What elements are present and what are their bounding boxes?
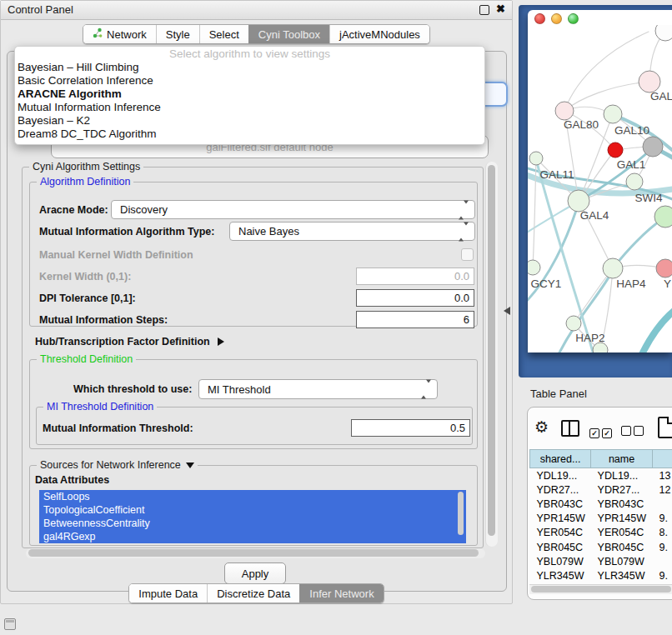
node-label-gal4: GAL4 — [580, 209, 609, 222]
tab-discretize-data[interactable]: Discretize Data — [207, 584, 299, 602]
network-node[interactable] — [655, 25, 672, 41]
table-row[interactable]: YDL19...YDL19...13 — [530, 468, 672, 483]
network-icon — [93, 28, 103, 41]
list-scrollbar[interactable] — [458, 492, 464, 535]
network-node-hap2[interactable] — [566, 316, 581, 331]
network-edge[interactable] — [564, 32, 649, 111]
network-node-gal1[interactable] — [626, 173, 643, 190]
column-header-shared-[interactable]: shared... — [530, 450, 591, 468]
mi-threshold-label: Mutual Information Threshold: — [43, 422, 193, 434]
tab-label: jActiveMNodules — [339, 28, 420, 41]
mac-close-icon[interactable] — [534, 13, 545, 24]
table-cell: 13 — [652, 468, 672, 483]
column-header-name[interactable]: name — [591, 450, 653, 468]
table-cell: YBL079W — [530, 554, 591, 568]
table-row[interactable]: YBL079WYBL079W — [530, 554, 672, 568]
mi-threshold-value: 0.5 — [450, 422, 465, 434]
attribute-item-gal4rgexp[interactable]: gal4RGexp — [39, 530, 466, 543]
network-edge[interactable] — [613, 218, 664, 268]
dpi-tolerance-field[interactable]: 0.0 — [356, 289, 474, 307]
select-all-checks-icon[interactable]: ✓✓ — [589, 424, 614, 439]
tab-select[interactable]: Select — [199, 25, 248, 43]
table-cell — [652, 554, 672, 568]
table-row[interactable]: YER054CYER054C8. — [530, 526, 672, 540]
table-row[interactable]: YBR045CYBR045C9. — [530, 540, 672, 554]
split-view-icon[interactable] — [561, 420, 579, 437]
settings-horizontal-scrollbar[interactable] — [26, 548, 485, 558]
table-row[interactable]: YDR27...YDR27...12 — [530, 482, 672, 497]
tab-jactivemnodules[interactable]: jActiveMNodules — [329, 25, 429, 43]
network-node-gal80[interactable] — [555, 102, 574, 120]
mi-steps-field[interactable]: 6 — [356, 311, 474, 328]
network-window[interactable]: GALGAL80GAL10GAL11GAL1SWI4GAL4GCY1HAP4YH… — [528, 10, 672, 352]
data-attributes-list[interactable]: SelfLoopsTopologicalCoefficientBetweenne… — [39, 490, 466, 543]
float-window-icon[interactable] — [479, 5, 489, 15]
hub-section-toggle[interactable]: Hub/Transcription Factor Definition — [35, 333, 224, 348]
sources-group-title[interactable]: Sources for Network Inference — [37, 459, 198, 471]
algorithm-option-bayesian-k2[interactable]: Bayesian – K2 — [15, 114, 484, 128]
algorithm-definition-title: Algorithm Definition — [37, 176, 133, 188]
tab-cyni-toolbox[interactable]: Cyni Toolbox — [248, 25, 329, 43]
tab-style[interactable]: Style — [156, 25, 199, 43]
network-node-gal11[interactable] — [529, 152, 543, 165]
close-icon[interactable]: ✖ — [496, 2, 505, 15]
table-cell: 8. — [652, 526, 672, 540]
apply-button[interactable]: Apply — [224, 562, 286, 584]
mi-threshold-field[interactable]: 0.5 — [351, 419, 470, 437]
table-cell: YPR145W — [530, 512, 591, 526]
network-node-swi4[interactable] — [654, 206, 672, 228]
network-node-y[interactable] — [656, 259, 672, 278]
tab-infer-network[interactable]: Infer Network — [299, 584, 383, 602]
table-row[interactable]: YLR345WYLR345W9. — [530, 568, 672, 582]
dpi-tolerance-value: 0.0 — [454, 292, 469, 304]
attribute-item-topologicalcoefficient[interactable]: TopologicalCoefficient — [39, 503, 466, 517]
table-cell: 9. — [652, 512, 672, 526]
collapsed-arrow-icon — [218, 338, 224, 346]
manual-kernel-width-checkbox[interactable] — [461, 248, 474, 261]
network-node[interactable] — [643, 137, 663, 157]
settings-vertical-scrollbar[interactable] — [485, 162, 498, 547]
algorithm-definition-group: Algorithm Definition Aracne Mode: Discov… — [29, 182, 478, 327]
cyni-algorithm-settings-group: Cyni Algorithm Settings Algorithm Defini… — [22, 167, 484, 548]
table-row[interactable]: YBR043CYBR043C — [530, 497, 672, 511]
table-cell: YBR043C — [530, 497, 591, 511]
algorithm-dropdown-popup: Select algorithm to view settings Bayesi… — [14, 46, 485, 145]
table-row[interactable]: YPR145WYPR145W9. — [530, 512, 672, 526]
gear-icon[interactable]: ⚙ — [534, 418, 549, 437]
algorithm-dropdown-items: Bayesian – Hill ClimbingBasic Correlatio… — [15, 61, 484, 141]
network-node-gal10[interactable] — [604, 105, 622, 123]
attribute-item-betweennesscentrality[interactable]: BetweennessCentrality — [39, 517, 466, 530]
network-node[interactable] — [608, 142, 623, 158]
mi-algorithm-type-combo[interactable]: Naive Bayes — [229, 222, 475, 241]
minimized-panel-icon[interactable] — [4, 618, 16, 630]
mac-zoom-icon[interactable] — [568, 13, 579, 24]
table-horizontal-scrollbar[interactable] — [529, 584, 672, 594]
which-threshold-combo[interactable]: MI Threshold — [198, 379, 438, 399]
network-node-gcy1[interactable] — [528, 260, 540, 275]
network-edge[interactable] — [640, 307, 672, 352]
algorithm-option-mutual-information-inference[interactable]: Mutual Information Inference — [15, 101, 484, 114]
control-panel-tabs: NetworkStyleSelectCyni ToolboxjActiveMNo… — [83, 24, 430, 44]
algorithm-option-basic-correlation-inference[interactable]: Basic Correlation Inference — [15, 74, 484, 88]
mouse-cursor — [504, 307, 510, 315]
algorithm-option-dream8-dc-tdc-algorithm[interactable]: Dream8 DC_TDC Algorithm — [15, 128, 484, 141]
network-node-hap4[interactable] — [603, 258, 623, 278]
export-table-icon[interactable] — [658, 417, 672, 438]
attribute-item-selfloops[interactable]: SelfLoops — [39, 490, 466, 503]
aracne-mode-combo[interactable]: Discovery — [111, 200, 475, 219]
table-cell: YPR145W — [591, 512, 653, 526]
tab-impute-data[interactable]: Impute Data — [129, 584, 207, 602]
column-header-clipped[interactable] — [652, 450, 672, 468]
tab-label: Select — [209, 28, 239, 41]
tab-network[interactable]: Network — [83, 25, 156, 43]
table-cell: YBR045C — [591, 540, 653, 554]
which-threshold-label: Which threshold to use: — [73, 383, 192, 395]
deselect-all-checks-icon[interactable] — [621, 424, 646, 439]
algorithm-option-aracne-algorithm[interactable]: ARACNE Algorithm — [15, 88, 484, 101]
mac-minimize-icon[interactable] — [551, 13, 562, 24]
table-cell: 9. — [652, 568, 672, 582]
stepper-arrows-icon — [459, 225, 469, 238]
kernel-width-field[interactable]: 0.0 — [356, 268, 474, 285]
algorithm-option-bayesian-hill-climbing[interactable]: Bayesian – Hill Climbing — [15, 61, 484, 74]
network-svg[interactable]: GALGAL80GAL10GAL11GAL1SWI4GAL4GCY1HAP4YH… — [528, 25, 672, 352]
